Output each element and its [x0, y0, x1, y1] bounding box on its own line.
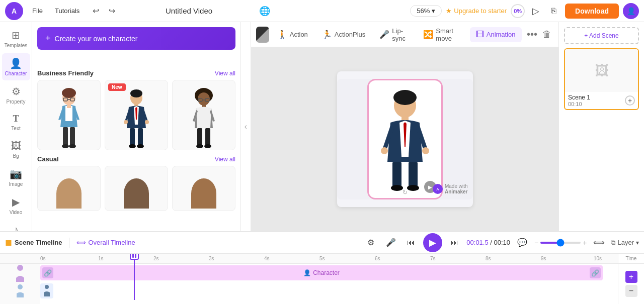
timeline-zoom-slider[interactable]: [540, 242, 581, 244]
subtitle-button[interactable]: 💬: [514, 235, 530, 251]
timeline-play-button[interactable]: ▶: [423, 233, 442, 252]
canvas-viewport[interactable]: ▶ ↻ A Made with Animaker: [251, 47, 558, 231]
actionplus-tab-icon: 🏃: [322, 30, 332, 39]
track-labels-panel: [0, 254, 40, 304]
bottom-track-row: [40, 282, 618, 300]
timeline: ◼ Scene Timeline ⟺ Overall Timeline ⚙ 🎤 …: [0, 231, 644, 304]
layer-button[interactable]: ⧉ Layer ▾: [611, 239, 639, 247]
sidebar-item-image[interactable]: 📷 Image: [2, 164, 30, 191]
ruler-tick-10s: 10s: [594, 256, 602, 261]
track-link-left[interactable]: 🔗: [42, 267, 53, 278]
ruler-tick-8s: 8s: [486, 256, 491, 261]
svg-point-10: [69, 144, 76, 148]
sidebar-item-property[interactable]: ⚙ Property: [2, 81, 30, 109]
ruler-tick-0s: 0s: [40, 256, 46, 261]
download-button[interactable]: Download: [565, 4, 619, 19]
track-link-right[interactable]: 🔗: [590, 267, 601, 278]
camera-settings-button[interactable]: ⚙: [363, 235, 379, 251]
zoom-control[interactable]: 56% ▾: [410, 5, 442, 17]
char-card-2[interactable]: New: [105, 80, 168, 150]
time-subtract-button[interactable]: −: [625, 285, 637, 297]
scene-add-button[interactable]: +: [625, 95, 635, 106]
share-button[interactable]: ⎘: [547, 4, 561, 18]
document-title[interactable]: Untitled Video: [123, 7, 255, 15]
time-display: 00:01.5 / 00:10: [466, 239, 510, 246]
tab-action[interactable]: 🚶 Action: [271, 27, 314, 42]
color-swatch[interactable]: [256, 27, 269, 43]
scene-time-1: 00:10: [568, 101, 590, 107]
track-bar-label: 👤 Character: [40, 269, 603, 276]
redo-button[interactable]: ↪: [105, 4, 119, 18]
property-icon: ⚙: [12, 85, 21, 97]
sidebar-item-bg[interactable]: 🖼 Bg: [2, 136, 30, 163]
menu-file[interactable]: File: [27, 5, 48, 17]
char-card-3[interactable]: [172, 80, 235, 150]
time-separator: /: [490, 239, 494, 246]
skip-back-button[interactable]: ⏮: [403, 235, 419, 251]
expand-panel-button[interactable]: ⤢: [37, 50, 44, 59]
svg-point-14: [124, 120, 128, 124]
sidebar-item-music[interactable]: ♪ Music: [2, 220, 30, 231]
panel-collapse-button[interactable]: ‹: [241, 22, 251, 231]
delete-button[interactable]: 🗑: [540, 27, 553, 43]
overall-timeline-label: Overall Timeline: [88, 239, 135, 246]
svg-point-19: [137, 144, 144, 148]
loading-indicator: ↻: [403, 189, 408, 196]
animation-tab-icon: 🎞: [476, 30, 484, 39]
plus-icon: +: [45, 33, 51, 44]
create-character-button[interactable]: + Create your own character: [37, 27, 235, 50]
fit-view-button[interactable]: ⟺: [591, 235, 607, 251]
casual-viewall[interactable]: View all: [215, 156, 235, 163]
lipsync-tab-icon: 🎤: [379, 30, 389, 39]
svg-rect-8: [70, 127, 75, 146]
business-friendly-viewall[interactable]: View all: [215, 70, 235, 77]
sidebar-item-text[interactable]: T Text: [2, 110, 30, 135]
layer-label: Layer: [617, 239, 634, 246]
undo-button[interactable]: ↩: [89, 4, 103, 18]
char-card-casual-1[interactable]: [37, 166, 101, 211]
time-add-button[interactable]: +: [625, 271, 637, 283]
upgrade-button[interactable]: ★ Upgrade to starter: [446, 7, 507, 15]
skip-forward-button[interactable]: ⏭: [446, 235, 462, 251]
tab-animation[interactable]: 🎞 Animation: [470, 27, 522, 42]
svg-point-21: [198, 92, 210, 106]
tab-lipsync[interactable]: 🎤 Lip-sync: [373, 24, 415, 45]
sidebar-item-templates[interactable]: ⊞ Templates: [2, 25, 30, 52]
smartmove-tab-label: Smart move: [436, 27, 461, 42]
char-card-casual-3[interactable]: [172, 166, 235, 211]
bg-icon: 🖼: [11, 140, 21, 152]
track-small-char-icon: [15, 283, 25, 298]
zoom-plus-icon: +: [583, 239, 587, 247]
sidebar-label-image: Image: [9, 181, 23, 187]
mic-button[interactable]: 🎤: [383, 235, 399, 251]
scene-timeline-text: Scene Timeline: [15, 239, 62, 246]
bottom-track-icon: [40, 283, 53, 298]
time-side-panel: Time + −: [618, 254, 644, 304]
sidebar-label-character: Character: [5, 71, 27, 76]
overall-timeline-button[interactable]: ⟺ Overall Timeline: [76, 239, 135, 246]
preview-button[interactable]: ▷: [529, 4, 543, 18]
add-scene-button[interactable]: + Add Scene: [564, 27, 639, 44]
image-icon: 📷: [10, 168, 22, 180]
sidebar-item-character[interactable]: 👤 Character: [2, 53, 30, 80]
track-content-area: 0s 1s 2s 3s 4s 5s 6s 7s 8s 9s 10s 🔗: [40, 254, 618, 304]
casual-grid: [37, 166, 235, 211]
sidebar-item-video[interactable]: ▶ Video: [2, 192, 30, 219]
char-card-casual-2[interactable]: [105, 166, 168, 211]
undo-redo-group: ↩ ↪: [89, 4, 119, 18]
menu-tutorials[interactable]: Tutorials: [50, 5, 85, 17]
svg-point-1: [62, 88, 76, 98]
tab-actionplus[interactable]: 🏃 ActionPlus: [316, 27, 371, 42]
user-avatar[interactable]: 👤: [623, 3, 639, 19]
character-list-scroll[interactable]: Business Friendly View all: [32, 64, 240, 231]
scene-card-1[interactable]: 🖼 Scene 1 00:10 +: [564, 48, 639, 110]
ruler-tick-6s: 6s: [375, 256, 380, 261]
business-friendly-header: Business Friendly View all: [37, 69, 235, 77]
char-card-1[interactable]: [37, 80, 101, 150]
ruler-tick-4s: 4s: [264, 256, 270, 261]
svg-rect-5: [65, 106, 72, 121]
svg-point-38: [407, 185, 419, 191]
more-options-button[interactable]: •••: [526, 27, 539, 43]
tab-smartmove[interactable]: 🔀 Smart move: [417, 24, 467, 45]
character-track-bar[interactable]: 🔗 👤 Character 🔗: [40, 265, 603, 280]
